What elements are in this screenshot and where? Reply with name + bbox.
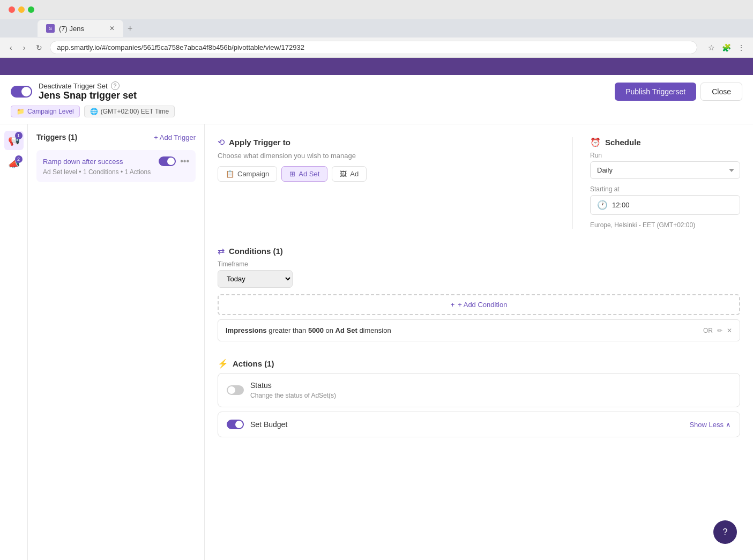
close-button[interactable]: Close bbox=[700, 83, 742, 101]
show-less-button[interactable]: Show Less ∧ bbox=[689, 421, 731, 429]
campaign-tab[interactable]: 📋 Campaign bbox=[218, 166, 277, 182]
status-action-info: Status Change the status of AdSet(s) bbox=[250, 381, 336, 399]
top-sections: ⟲ Apply Trigger to Choose what dimension… bbox=[218, 137, 740, 229]
trigger-item-header: Ramp down after success ••• bbox=[43, 156, 189, 166]
schedule-grid: Run Daily Starting at 🕐 12:00 bbox=[590, 152, 740, 229]
run-select[interactable]: Daily bbox=[590, 161, 740, 179]
panel-title: Triggers (1) bbox=[36, 133, 77, 141]
new-tab-button[interactable]: + bbox=[123, 19, 137, 38]
tab-label: (7) Jens bbox=[59, 25, 84, 33]
app-wrapper: Deactivate Trigger Set ? Jens Snap trigg… bbox=[0, 58, 753, 560]
globe-icon: 🌐 bbox=[90, 108, 98, 115]
trigger-title-row: Deactivate Trigger Set ? Jens Snap trigg… bbox=[11, 81, 742, 101]
tab-bar: S (7) Jens ✕ + bbox=[0, 19, 753, 38]
tab-favicon: S bbox=[46, 24, 55, 33]
tab-close-button[interactable]: ✕ bbox=[109, 25, 115, 32]
browser-tab-active[interactable]: S (7) Jens ✕ bbox=[38, 20, 123, 37]
run-label: Run bbox=[590, 152, 740, 159]
ad-tab[interactable]: 🖼 Ad bbox=[332, 166, 367, 182]
header-actions: Publish Triggerset Close bbox=[615, 83, 742, 101]
back-button[interactable]: ‹ bbox=[6, 41, 16, 54]
condition-actions: OR ✏ ✕ bbox=[703, 327, 732, 334]
ad-set-tab-icon: ⊞ bbox=[289, 170, 295, 178]
trigger-more-button[interactable]: ••• bbox=[180, 156, 189, 166]
deactivate-label-group: Deactivate Trigger Set ? Jens Snap trigg… bbox=[39, 81, 137, 101]
conditions-section: ⇄ Conditions (1) Timeframe Today + + Add… bbox=[218, 246, 740, 341]
main-panel: ⟲ Apply Trigger to Choose what dimension… bbox=[205, 124, 753, 560]
apply-icon: ⟲ bbox=[218, 137, 225, 147]
trigger-item-controls: ••• bbox=[159, 156, 189, 166]
actions-section: ⚡ Actions (1) Status Change the status o… bbox=[218, 359, 740, 437]
actions-section-title: Actions (1) bbox=[233, 359, 274, 368]
budget-action-header: Set Budget Show Less ∧ bbox=[227, 420, 731, 429]
budget-action-toggle[interactable] bbox=[227, 420, 244, 429]
apply-trigger-section: ⟲ Apply Trigger to Choose what dimension… bbox=[218, 137, 555, 229]
maximize-window-button[interactable] bbox=[28, 6, 34, 13]
minimize-window-button[interactable] bbox=[18, 6, 25, 13]
timeframe-row: Timeframe Today bbox=[218, 260, 740, 288]
secondary-badge: 2 bbox=[15, 155, 23, 163]
forward-button[interactable]: › bbox=[20, 41, 29, 54]
add-trigger-button[interactable]: + Add Trigger bbox=[154, 133, 196, 141]
close-window-button[interactable] bbox=[9, 6, 15, 13]
time-input[interactable]: 🕐 12:00 bbox=[590, 195, 740, 215]
schedule-section-title: Schedule bbox=[605, 138, 641, 147]
deactivate-toggle[interactable] bbox=[11, 86, 32, 98]
panel-header: Triggers (1) + Add Trigger bbox=[36, 133, 196, 141]
sidebar-triggers-icon[interactable]: 📢 1 bbox=[4, 131, 24, 150]
trigger-enabled-toggle[interactable] bbox=[159, 156, 176, 166]
folder-icon: 📁 bbox=[17, 108, 25, 115]
budget-action-name: Set Budget bbox=[250, 420, 287, 429]
add-condition-plus-icon: + bbox=[451, 301, 455, 309]
schedule-icon: ⏰ bbox=[590, 137, 601, 147]
status-action-desc: Change the status of AdSet(s) bbox=[250, 392, 336, 399]
ad-set-tab[interactable]: ⊞ Ad Set bbox=[281, 166, 327, 182]
dimension-tabs: 📋 Campaign ⊞ Ad Set 🖼 Ad bbox=[218, 166, 555, 182]
extensions-icon[interactable]: 🧩 bbox=[721, 42, 732, 53]
sidebar: 📢 1 📣 2 bbox=[0, 124, 28, 560]
campaign-tab-icon: 📋 bbox=[226, 170, 234, 178]
condition-delete-icon[interactable]: ✕ bbox=[727, 327, 732, 334]
budget-action-card: Set Budget Show Less ∧ bbox=[218, 412, 740, 437]
starting-at-label: Starting at bbox=[590, 185, 740, 193]
top-nav bbox=[0, 58, 753, 75]
status-action-header: Status Change the status of AdSet(s) bbox=[227, 381, 731, 399]
clock-icon: 🕐 bbox=[597, 200, 608, 210]
help-fab-button[interactable]: ? bbox=[713, 520, 737, 544]
apply-section-subtitle: Choose what dimension you wish to manage bbox=[218, 152, 555, 160]
apply-section-title: Apply Trigger to bbox=[229, 138, 290, 147]
help-tooltip-icon[interactable]: ? bbox=[111, 81, 120, 90]
run-field: Run Daily bbox=[590, 152, 740, 179]
trigger-name: Jens Snap trigger set bbox=[39, 90, 137, 101]
vertical-divider bbox=[572, 137, 573, 229]
status-action-toggle[interactable] bbox=[227, 385, 244, 395]
app-body: 📢 1 📣 2 Triggers (1) + Add Trigger bbox=[0, 124, 753, 560]
actions-icon: ⚡ bbox=[218, 359, 228, 369]
status-action-name: Status bbox=[250, 381, 336, 390]
trigger-item[interactable]: Ramp down after success ••• Ad Set level… bbox=[36, 150, 196, 182]
browser-window: S (7) Jens ✕ + ‹ › ↻ app.smartly.io/#/co… bbox=[0, 0, 753, 560]
bookmark-icon[interactable]: ☆ bbox=[706, 42, 717, 53]
ad-tab-icon: 🖼 bbox=[340, 170, 347, 178]
condition-edit-icon[interactable]: ✏ bbox=[717, 327, 722, 334]
time-value: 12:00 bbox=[612, 201, 630, 209]
add-condition-button[interactable]: + + Add Condition bbox=[218, 294, 740, 315]
sidebar-secondary-icon[interactable]: 📣 2 bbox=[4, 154, 24, 174]
url-input[interactable]: app.smartly.io/#/companies/561f5ca758e7a… bbox=[50, 41, 697, 54]
timezone-text: Europe, Helsinki - EET (GMT+02:00) bbox=[590, 221, 740, 229]
badge-row: 📁 Campaign Level 🌐 (GMT+02:00) EET Time bbox=[11, 106, 742, 117]
timeframe-select[interactable]: Today bbox=[218, 270, 293, 288]
triggers-panel: Triggers (1) + Add Trigger Ramp down aft… bbox=[28, 124, 205, 560]
address-bar: ‹ › ↻ app.smartly.io/#/companies/561f5ca… bbox=[0, 38, 753, 58]
menu-icon[interactable]: ⋮ bbox=[736, 42, 747, 53]
actions-section-header: ⚡ Actions (1) bbox=[218, 359, 740, 369]
campaign-level-badge: 📁 Campaign Level bbox=[11, 106, 80, 117]
publish-button[interactable]: Publish Triggerset bbox=[615, 83, 696, 101]
schedule-section-header: ⏰ Schedule bbox=[590, 137, 740, 147]
reload-button[interactable]: ↻ bbox=[33, 41, 46, 54]
title-bar bbox=[0, 0, 753, 19]
condition-text: Impressions greater than 5000 on Ad Set bbox=[226, 326, 703, 334]
conditions-section-header: ⇄ Conditions (1) bbox=[218, 246, 740, 256]
deactivate-label: Deactivate Trigger Set ? bbox=[39, 81, 137, 90]
trigger-item-name: Ramp down after success bbox=[43, 158, 123, 166]
